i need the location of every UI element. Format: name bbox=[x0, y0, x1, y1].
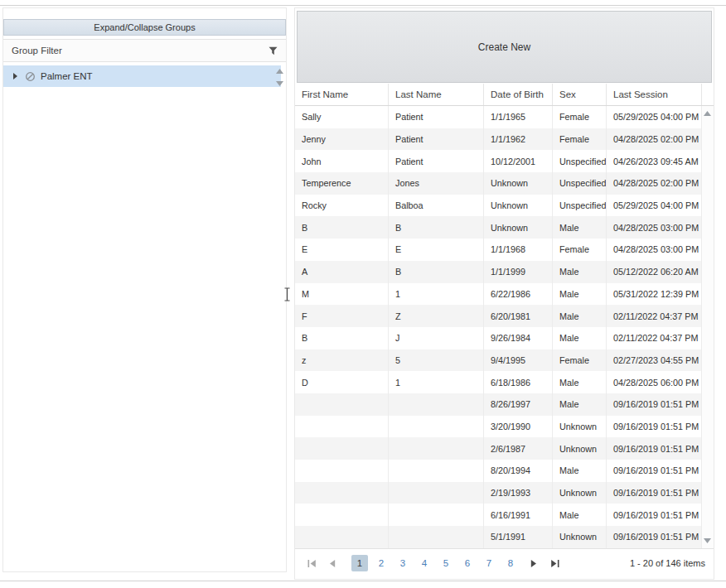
pager-status: 1 - 20 of 146 items bbox=[630, 558, 705, 568]
cell-last-session: 09/16/2019 01:51 PM bbox=[607, 526, 702, 548]
page-button-4[interactable]: 4 bbox=[416, 555, 433, 571]
cell-last-session: 05/12/2022 06:20 AM bbox=[607, 261, 702, 283]
cell-date-of-birth: Unknown bbox=[484, 216, 553, 239]
table-row[interactable]: SallyPatient1/1/1965Female05/29/2025 04:… bbox=[295, 106, 714, 128]
table-row[interactable]: BJ9/26/1984Male02/11/2022 04:37 PM bbox=[295, 327, 714, 349]
cell-sex: Female bbox=[553, 128, 607, 151]
last-page-button[interactable] bbox=[546, 555, 563, 571]
cell-sex: Male bbox=[553, 393, 607, 416]
table-row[interactable]: D16/18/1986Male04/28/2025 06:00 PM bbox=[295, 371, 714, 393]
cell-sex: Unknown bbox=[553, 526, 607, 548]
cell-last-name: E bbox=[389, 239, 484, 261]
scroll-down-icon[interactable] bbox=[276, 81, 283, 86]
cell-first-name: D bbox=[295, 371, 389, 393]
table-row[interactable]: 8/26/1997Male09/16/2019 01:51 PM bbox=[295, 393, 714, 416]
cell-date-of-birth: 1/1/1999 bbox=[484, 261, 553, 283]
grid-header: First NameLast NameDate of BirthSexLast … bbox=[295, 84, 714, 106]
expand-collapse-groups-button[interactable]: Expand/Collapse Groups bbox=[3, 19, 286, 36]
cell-first-name: M bbox=[295, 283, 389, 306]
grid-scrollbar[interactable] bbox=[702, 106, 714, 548]
cell-first-name: Rocky bbox=[295, 195, 389, 217]
table-row[interactable]: AB1/1/1999Male05/12/2022 06:20 AM bbox=[295, 261, 714, 283]
cell-first-name: z bbox=[295, 349, 389, 372]
column-header-last-name[interactable]: Last Name bbox=[389, 84, 484, 105]
cell-sex: Unknown bbox=[553, 437, 607, 460]
cell-sex: Male bbox=[553, 371, 607, 393]
cell-first-name: Jenny bbox=[295, 128, 389, 151]
group-filter-field[interactable]: Group Filter bbox=[3, 39, 286, 62]
cell-last-session: 04/28/2025 03:00 PM bbox=[607, 239, 702, 261]
table-row[interactable]: JohnPatient10/12/2001Unspecified04/26/20… bbox=[295, 150, 714, 172]
cell-sex: Unspecified bbox=[553, 172, 607, 195]
cell-sex: Male bbox=[553, 504, 607, 526]
page-button-2[interactable]: 2 bbox=[373, 555, 390, 571]
page-button-8[interactable]: 8 bbox=[502, 555, 519, 571]
column-header-date-of-birth[interactable]: Date of Birth bbox=[484, 84, 553, 105]
table-row[interactable]: 6/16/1991Male09/16/2019 01:51 PM bbox=[295, 504, 714, 526]
cell-first-name bbox=[295, 482, 389, 504]
table-row[interactable]: z59/4/1995Female02/27/2023 04:55 PM bbox=[295, 349, 714, 372]
table-row[interactable]: 2/6/1987Unknown09/16/2019 01:51 PM bbox=[295, 437, 714, 460]
cell-sex: Male bbox=[553, 305, 607, 327]
table-row[interactable]: 8/20/1994Male09/16/2019 01:51 PM bbox=[295, 460, 714, 482]
cell-first-name: F bbox=[295, 305, 389, 327]
cell-first-name: Sally bbox=[295, 106, 389, 128]
cell-last-name: B bbox=[389, 261, 484, 283]
next-page-button[interactable] bbox=[525, 555, 542, 571]
cell-sex: Unknown bbox=[553, 482, 607, 504]
scroll-up-icon[interactable] bbox=[704, 111, 711, 116]
cell-last-session: 02/11/2022 04:37 PM bbox=[607, 305, 702, 327]
column-header-last-session[interactable]: Last Session bbox=[607, 84, 702, 105]
expand-arrow-icon[interactable] bbox=[13, 73, 17, 80]
cell-date-of-birth: 5/1/1991 bbox=[484, 526, 553, 548]
text-cursor bbox=[283, 287, 291, 305]
table-row[interactable]: TemperenceJonesUnknownUnspecified04/28/2… bbox=[295, 172, 714, 195]
scroll-down-icon[interactable] bbox=[704, 538, 711, 543]
table-row[interactable]: 5/1/1991Unknown09/16/2019 01:51 PM bbox=[295, 526, 714, 548]
grid-body: SallyPatient1/1/1965Female05/29/2025 04:… bbox=[295, 106, 714, 548]
column-header-sex[interactable]: Sex bbox=[553, 84, 607, 105]
cell-last-session: 09/16/2019 01:51 PM bbox=[607, 393, 702, 416]
cell-sex: Unspecified bbox=[553, 195, 607, 217]
tree-item-palmer-ent[interactable]: Palmer ENT bbox=[3, 65, 281, 87]
cell-last-name: Balboa bbox=[389, 195, 484, 217]
cell-last-name: Patient bbox=[389, 128, 484, 151]
cell-last-session: 02/11/2022 04:37 PM bbox=[607, 327, 702, 349]
cell-last-name: 1 bbox=[389, 283, 484, 306]
cell-date-of-birth: 2/19/1993 bbox=[484, 482, 553, 504]
cell-last-session: 04/28/2025 06:00 PM bbox=[607, 371, 702, 393]
cell-sex: Male bbox=[553, 283, 607, 306]
page-button-1[interactable]: 1 bbox=[351, 555, 368, 571]
pager: 12345678 1 - 20 of 146 items bbox=[295, 548, 714, 577]
cell-date-of-birth: 9/26/1984 bbox=[484, 327, 553, 349]
first-page-button[interactable] bbox=[303, 555, 320, 571]
table-row[interactable]: 3/20/1990Unknown09/16/2019 01:51 PM bbox=[295, 416, 714, 438]
table-row[interactable]: FZ6/20/1981Male02/11/2022 04:37 PM bbox=[295, 305, 714, 327]
cell-date-of-birth: 8/20/1994 bbox=[484, 460, 553, 482]
create-new-button[interactable]: Create New bbox=[297, 11, 712, 83]
table-row[interactable]: JennyPatient1/1/1962Female04/28/2025 02:… bbox=[295, 128, 714, 151]
cell-first-name bbox=[295, 437, 389, 460]
table-row[interactable]: M16/22/1986Male05/31/2022 12:39 PM bbox=[295, 283, 714, 306]
page-button-6[interactable]: 6 bbox=[459, 555, 476, 571]
patients-grid: First NameLast NameDate of BirthSexLast … bbox=[295, 84, 714, 577]
table-row[interactable]: RockyBalboaUnknownUnspecified05/29/2025 … bbox=[295, 195, 714, 217]
scroll-up-icon[interactable] bbox=[276, 69, 283, 74]
filter-funnel-icon[interactable] bbox=[269, 46, 278, 55]
cell-last-session: 04/28/2025 02:00 PM bbox=[607, 172, 702, 195]
table-row[interactable]: BBUnknownMale04/28/2025 03:00 PM bbox=[295, 216, 714, 239]
cell-last-session: 09/16/2019 01:51 PM bbox=[607, 482, 702, 504]
page-button-3[interactable]: 3 bbox=[394, 555, 411, 571]
previous-page-button[interactable] bbox=[324, 555, 341, 571]
column-header-first-name[interactable]: First Name bbox=[295, 84, 389, 105]
page-button-5[interactable]: 5 bbox=[438, 555, 454, 571]
cell-date-of-birth: 2/6/1987 bbox=[484, 437, 553, 460]
cell-first-name: John bbox=[295, 150, 389, 172]
cell-date-of-birth: 1/1/1968 bbox=[484, 239, 553, 261]
cell-sex: Female bbox=[553, 106, 607, 128]
cell-first-name: Temperence bbox=[295, 172, 389, 195]
patients-panel: Create New First NameLast NameDate of Bi… bbox=[294, 7, 714, 580]
table-row[interactable]: EE1/1/1968Female04/28/2025 03:00 PM bbox=[295, 239, 714, 261]
table-row[interactable]: 2/19/1993Unknown09/16/2019 01:51 PM bbox=[295, 482, 714, 504]
page-button-7[interactable]: 7 bbox=[481, 555, 497, 571]
